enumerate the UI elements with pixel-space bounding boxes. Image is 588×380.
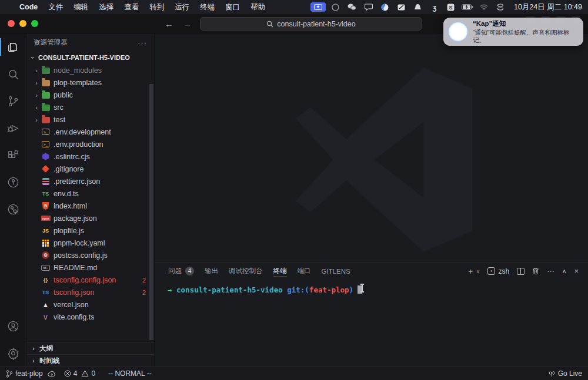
circle-icon[interactable]	[329, 2, 342, 12]
search-icon[interactable]	[0, 60, 26, 88]
terminal-tab-zsh[interactable]: › zsh	[487, 267, 509, 275]
split-terminal-icon[interactable]	[517, 268, 524, 275]
tree-file-env.d.ts[interactable]: TSenv.d.ts	[26, 187, 154, 200]
file-tree: ›node_modules›plop-templates›public›src›…	[26, 64, 154, 342]
go-live-button[interactable]: Go Live	[548, 369, 582, 378]
tree-file-tsconfig.json[interactable]: TStsconfig.json2	[26, 286, 154, 298]
menu-app[interactable]: Code	[14, 0, 43, 14]
kap-notification[interactable]: “Kap”通知 “通知”可能包括提醒、声音和图标标记。	[443, 18, 583, 46]
menu-7[interactable]: 终端	[195, 0, 220, 14]
maximize-panel-icon[interactable]: ∧	[562, 268, 566, 274]
minimize-window-button[interactable]	[19, 20, 26, 27]
tree-file-.prettierrc.json[interactable]: .prettierrc.json	[26, 175, 154, 187]
file-type-icon	[41, 90, 51, 100]
s-app-icon[interactable]: S	[445, 2, 457, 12]
settings-icon[interactable]	[0, 339, 26, 366]
panel-tab-问题[interactable]: 问题4	[163, 263, 199, 280]
panel-tab-调试控制台[interactable]: 调试控制台	[223, 263, 268, 280]
notification-title: “Kap”通知	[473, 19, 577, 28]
panel-tab-GITLENS[interactable]: GITLENS	[316, 263, 356, 280]
wifi-icon[interactable]	[477, 2, 490, 12]
tree-file-package.json[interactable]: npmpackage.json	[26, 212, 154, 224]
sidebar-scrollbar[interactable]	[149, 84, 153, 340]
command-center-search[interactable]: consult-patient-h5-video	[200, 17, 422, 31]
terminal-content[interactable]: → consult-patient-h5-video git:(feat-plo…	[155, 280, 588, 366]
kap-record-icon[interactable]	[310, 2, 326, 12]
explorer-icon[interactable]	[0, 33, 26, 60]
source-control-icon[interactable]	[0, 88, 26, 115]
problems-item[interactable]: 4 0	[64, 369, 95, 378]
navigate-forward-icon[interactable]: →	[183, 19, 192, 29]
chat-icon[interactable]	[362, 2, 375, 12]
tree-file-index.html[interactable]: 5index.html	[26, 200, 154, 212]
menu-1[interactable]: 文件	[43, 0, 68, 14]
panel-tab-端口[interactable]: 端口	[292, 263, 316, 280]
file-type-icon: V	[41, 312, 51, 322]
git-branch-item[interactable]: feat-plop	[6, 369, 56, 378]
menu-2[interactable]: 编辑	[68, 0, 93, 14]
close-panel-icon[interactable]: ×	[574, 267, 579, 275]
tree-file-README.md[interactable]: M↓README.md	[26, 261, 154, 274]
zoom-window-button[interactable]	[31, 20, 38, 27]
branch-icon	[6, 370, 13, 378]
tree-file-pnpm-lock.yaml[interactable]: pnpm-lock.yaml	[26, 237, 154, 249]
workspace-section-header[interactable]: › CONSULT-PATIENT-H5-VIDEO	[26, 51, 154, 64]
desktop: Code文件编辑选择查看转到运行终端窗口帮助 ʒ S 10月24日 周二 10:…	[0, 0, 588, 380]
tree-folder-test[interactable]: ›test	[26, 113, 154, 126]
gitlens-inspect-icon[interactable]	[0, 196, 26, 223]
navigate-back-icon[interactable]: ←	[165, 19, 173, 29]
tree-file-vite.config.ts[interactable]: Vvite.config.ts	[26, 311, 154, 323]
vim-mode-text: -- NORMAL --	[108, 369, 152, 378]
tree-file-.eslintrc.cjs[interactable]: .eslintrc.cjs	[26, 150, 154, 163]
file-type-icon: npm	[41, 214, 51, 223]
squiggle-icon[interactable]: ʒ	[428, 2, 441, 12]
menu-6[interactable]: 运行	[169, 0, 195, 14]
app-menus: Code文件编辑选择查看转到运行终端窗口帮助	[14, 0, 270, 14]
panel-tab-输出[interactable]: 输出	[199, 263, 223, 280]
tree-file-plopfile.js[interactable]: JSplopfile.js	[26, 224, 154, 237]
close-window-button[interactable]	[8, 20, 15, 27]
new-terminal-button[interactable]: ＋∨	[467, 266, 480, 277]
tree-file-.env.production[interactable]: >_.env.production	[26, 138, 154, 150]
tree-folder-public[interactable]: ›public	[26, 89, 154, 101]
file-type-icon: M↓	[41, 263, 51, 273]
window-controls	[8, 20, 38, 27]
extensions-icon[interactable]	[0, 142, 26, 169]
tree-file-postcss.config.js[interactable]: ⚙postcss.config.js	[26, 249, 154, 261]
menu-9[interactable]: 帮助	[245, 0, 270, 14]
stack-icon[interactable]	[494, 2, 507, 12]
tree-file-.gitignore[interactable]: .gitignore	[26, 163, 154, 175]
outline-section[interactable]: › 大纲	[26, 342, 154, 354]
tree-folder-src[interactable]: ›src	[26, 101, 154, 113]
tree-folder-node_modules[interactable]: ›node_modules	[26, 64, 154, 76]
battery-icon	[461, 2, 474, 12]
menubar-status-area: ʒ S 10月24日 周二 10:49	[310, 2, 582, 12]
more-actions-icon[interactable]: ⋯	[547, 267, 554, 275]
run-and-debug-icon[interactable]	[0, 115, 26, 142]
publish-cloud-icon[interactable]	[48, 371, 56, 377]
tree-file-tsconfig.config.json[interactable]: {}tsconfig.config.json2	[26, 274, 154, 286]
gitlens-icon[interactable]	[0, 169, 26, 196]
file-name: .env.development	[54, 128, 111, 136]
menu-5[interactable]: 转到	[144, 0, 169, 14]
chevron-right-icon: ›	[32, 116, 41, 123]
tree-file-vercel.json[interactable]: ▲vercel.json	[26, 298, 154, 311]
accounts-icon[interactable]	[0, 312, 26, 339]
explorer-more-actions-icon[interactable]: ···	[138, 38, 147, 47]
kill-terminal-icon[interactable]	[532, 267, 539, 275]
panel-tabs: 问题4输出调试控制台终端端口GITLENS ＋∨ › zsh ⋯ ∧ ×	[155, 263, 588, 280]
bell-icon[interactable]	[412, 2, 425, 12]
wechat-icon[interactable]	[346, 2, 359, 12]
tree-file-.env.development[interactable]: >_.env.development	[26, 126, 154, 138]
tree-folder-plop-templates[interactable]: ›plop-templates	[26, 76, 154, 89]
menubar-clock[interactable]: 10月24日 周二 10:49	[514, 2, 582, 12]
menu-4[interactable]: 查看	[119, 0, 144, 14]
pen-icon[interactable]	[395, 2, 408, 12]
kap-app-icon	[448, 22, 468, 42]
panel-tab-终端[interactable]: 终端	[268, 263, 292, 280]
menu-8[interactable]: 窗口	[220, 0, 245, 14]
vim-mode-indicator[interactable]: -- NORMAL --	[108, 369, 152, 378]
timeline-section[interactable]: › 时间线	[26, 354, 154, 366]
menu-3[interactable]: 选择	[93, 0, 119, 14]
globe-icon[interactable]	[379, 2, 392, 12]
